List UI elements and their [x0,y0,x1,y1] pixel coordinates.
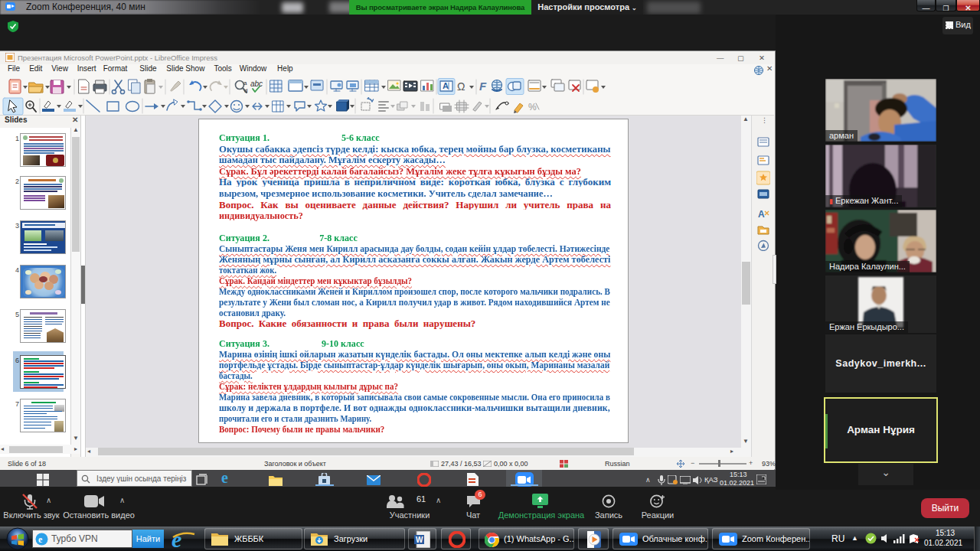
svg-text:abc: abc [250,80,263,88]
svg-text:A: A [443,81,449,90]
svg-text:a: a [243,80,247,86]
svg-text:e: e [38,534,43,545]
svg-text:A: A [758,209,765,220]
svg-text:F: F [479,80,487,93]
svg-text:Ω: Ω [457,80,465,93]
svg-text:%: % [528,102,537,112]
svg-text:W: W [416,536,423,544]
svg-text:d: d [244,87,247,94]
svg-text:e: e [172,527,181,550]
